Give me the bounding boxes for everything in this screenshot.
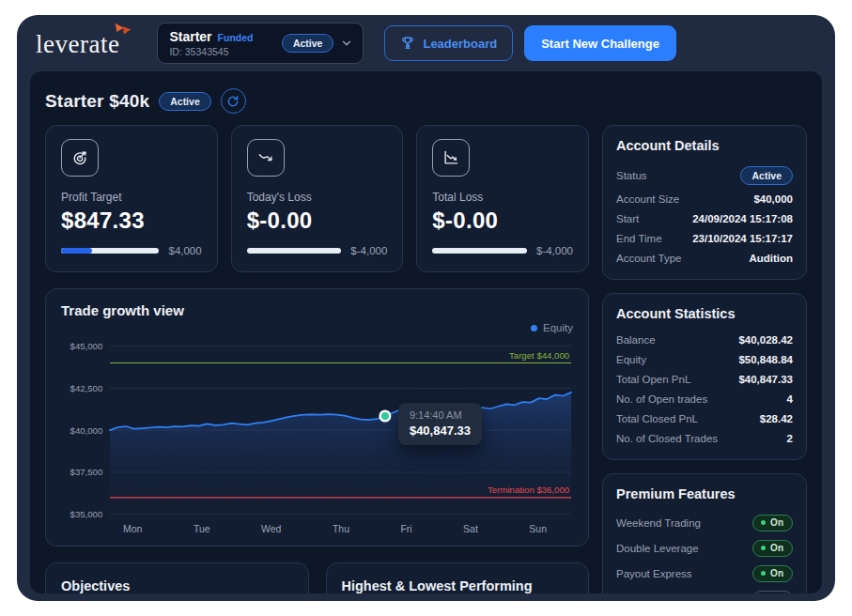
stat-row: Total Open PnL $40,847.33 xyxy=(616,369,793,389)
objectives-title: Objectives xyxy=(61,578,293,593)
progress-bar xyxy=(432,248,527,254)
instruments-title: Highest & Lowest Performing Instruments xyxy=(342,578,574,594)
svg-text:Target $44,000: Target $44,000 xyxy=(509,350,569,361)
todays-loss-card: Today's Loss $-0.00 $-4,000 xyxy=(231,125,404,272)
status-badge: Active xyxy=(740,166,793,185)
progress-max-label: $-4,000 xyxy=(536,245,573,256)
detail-row: End Time 23/10/2024 15:17:17 xyxy=(616,228,793,248)
stat-value: $-0.00 xyxy=(247,208,388,234)
account-name: Starter xyxy=(169,29,211,44)
stat-row: No. of Closed Trades 2 xyxy=(616,428,793,448)
refresh-button[interactable] xyxy=(221,88,246,114)
detail-row: Account Size $40,000 xyxy=(616,189,793,208)
brand-arrow-icon xyxy=(114,22,132,38)
stat-value: $-0.00 xyxy=(432,208,573,234)
stat-row: Balance $40,028.42 xyxy=(616,330,793,349)
stat-label: Profit Target xyxy=(61,191,202,204)
total-loss-card: Total Loss $-0.00 $-4,000 xyxy=(416,125,589,272)
feature-toggle[interactable]: On xyxy=(752,565,793,582)
brand-logo: leverate xyxy=(32,28,134,59)
toggle-dot-icon xyxy=(761,546,766,550)
account-details-title: Account Details xyxy=(616,138,793,153)
svg-text:Termination $36,000: Termination $36,000 xyxy=(488,485,569,495)
chart-legend: Equity xyxy=(61,320,573,335)
chart-down-icon xyxy=(432,139,470,177)
account-id: ID: 35343545 xyxy=(169,46,274,57)
page-status-badge: Active xyxy=(159,92,211,111)
stats-row: Profit Target $847.33 $4,000 xyxy=(45,125,589,272)
page-title: Starter $40k xyxy=(45,91,149,112)
main-content: Starter $40k Active xyxy=(30,71,822,593)
objectives-card[interactable]: Objectives xyxy=(45,562,309,594)
refresh-icon xyxy=(226,95,240,108)
feature-row: Payout Express On xyxy=(616,561,793,586)
stat-row: Total Closed PnL $28.42 xyxy=(616,408,793,428)
instruments-card[interactable]: Highest & Lowest Performing Instruments xyxy=(326,562,590,594)
feature-toggle[interactable]: On xyxy=(752,515,793,531)
detail-row: Account Type Audition xyxy=(616,248,793,268)
feature-toggle[interactable]: On xyxy=(752,540,793,557)
svg-text:$37,500: $37,500 xyxy=(70,467,103,477)
chart-title: Trade growth view xyxy=(61,302,573,318)
account-details-card: Account Details Status Active Account Si… xyxy=(602,125,807,280)
topbar: leverate Starter Funded ID: 35343545 Act… xyxy=(17,15,835,71)
premium-features-title: Premium Features xyxy=(616,486,793,501)
trend-down-icon xyxy=(247,139,285,177)
stat-row: No. of Open trades 4 xyxy=(616,389,793,408)
profit-target-card: Profit Target $847.33 $4,000 xyxy=(45,125,218,272)
toggle-dot-icon xyxy=(761,571,766,576)
equity-legend-dot xyxy=(531,325,537,331)
equity-chart[interactable]: $45,000$42,500$40,000$37,500$35,000Targe… xyxy=(61,337,573,520)
toggle-dot-icon xyxy=(761,520,766,525)
detail-row: Start 24/09/2024 15:17:08 xyxy=(616,208,793,228)
account-statistics-title: Account Statistics xyxy=(616,306,793,321)
progress-bar xyxy=(247,248,342,254)
equity-legend-label: Equity xyxy=(543,322,573,333)
svg-text:$35,000: $35,000 xyxy=(70,509,103,519)
account-tier-badge: Funded xyxy=(218,32,254,43)
brand-name: leverate xyxy=(36,30,119,58)
right-sidebar: Account Details Status Active Account Si… xyxy=(602,125,807,593)
account-selector[interactable]: Starter Funded ID: 35343545 Active xyxy=(157,23,364,64)
progress-max-label: $4,000 xyxy=(168,245,201,256)
feature-row: Double Leverage On xyxy=(616,535,793,561)
svg-text:$42,500: $42,500 xyxy=(70,383,103,393)
feature-row: Weekend Trading On xyxy=(616,510,793,535)
page-header: Starter $40k Active xyxy=(45,81,807,125)
bottom-row: Objectives Highest & Lowest Performing I… xyxy=(45,562,589,594)
topbar-actions: Leaderboard Start New Challenge xyxy=(384,25,675,61)
left-column: Profit Target $847.33 $4,000 xyxy=(45,125,589,593)
premium-features-card: Premium Features Weekend Trading On Doub… xyxy=(602,473,807,593)
feature-toggle[interactable]: Off xyxy=(752,591,793,594)
leaderboard-button[interactable]: Leaderboard xyxy=(384,25,513,61)
stat-label: Total Loss xyxy=(432,191,573,204)
stat-value: $847.33 xyxy=(61,208,202,234)
chart-x-axis: MonTueWedThuFriSatSun xyxy=(61,520,573,536)
target-icon xyxy=(61,139,99,177)
chevron-down-icon xyxy=(340,37,353,50)
trade-growth-card: Trade growth view Equity $45,000$42,500$… xyxy=(45,288,589,547)
account-status-badge: Active xyxy=(282,34,334,53)
progress-bar xyxy=(61,248,159,254)
start-new-challenge-button[interactable]: Start New Challenge xyxy=(524,25,676,61)
stat-label: Today's Loss xyxy=(247,191,388,204)
stat-row: Equity $50,848.84 xyxy=(616,349,793,369)
account-statistics-card: Account Statistics Balance $40,028.42 Eq… xyxy=(602,293,807,460)
progress-max-label: $-4,000 xyxy=(350,245,387,256)
trophy-icon xyxy=(400,36,415,51)
detail-row: Status Active xyxy=(616,162,793,189)
svg-text:$40,000: $40,000 xyxy=(70,425,103,436)
app-window: leverate Starter Funded ID: 35343545 Act… xyxy=(17,15,835,601)
svg-text:$45,000: $45,000 xyxy=(70,341,103,351)
feature-row: Challenge Keeper Off xyxy=(616,586,793,593)
